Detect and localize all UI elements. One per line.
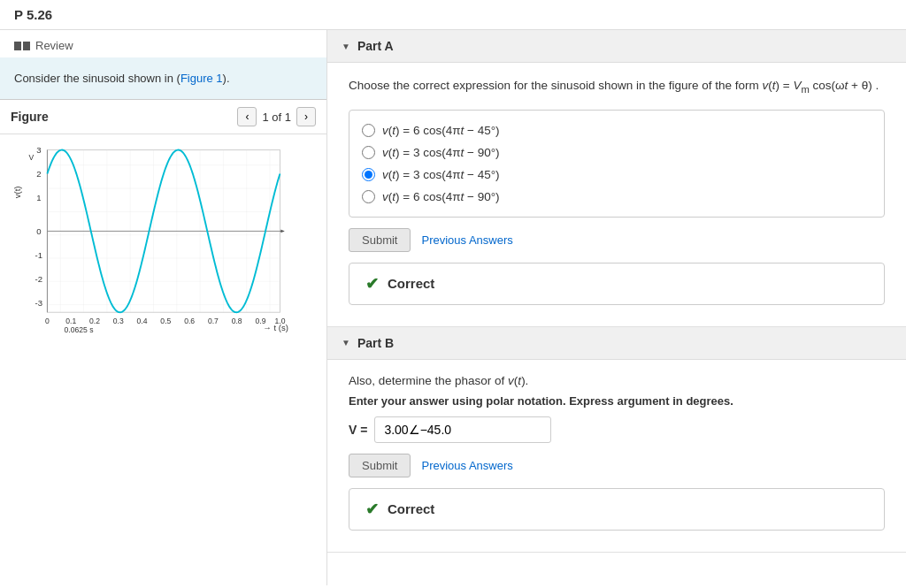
- graph-svg: 3 2 1 0 -1 -2 -3 v(t) V 0 0.1 0.2 0.3 0.…: [7, 141, 299, 336]
- svg-text:V: V: [28, 153, 34, 162]
- part-b-correct-box: ✔ Correct: [349, 488, 885, 531]
- figure-link[interactable]: Figure 1: [180, 72, 223, 85]
- svg-text:0: 0: [36, 226, 41, 236]
- svg-text:2: 2: [36, 169, 41, 179]
- part-b-submit-button[interactable]: Submit: [349, 454, 411, 477]
- part-b-question: Also, determine the phasor of v(t).: [349, 374, 885, 387]
- review-bar: Review: [0, 30, 326, 57]
- part-b-action-row: Submit Previous Answers: [349, 454, 885, 477]
- figure-title: Figure: [11, 110, 49, 124]
- answer-input[interactable]: [374, 416, 551, 443]
- part-b-content: Also, determine the phasor of v(t). Ente…: [327, 360, 906, 552]
- part-b-label: Part B: [357, 336, 394, 350]
- figure-header: Figure ‹ 1 of 1 ›: [0, 100, 326, 134]
- part-b-section: ▼ Part B Also, determine the phasor of v…: [327, 327, 906, 553]
- part-a-collapse-icon: ▼: [342, 42, 350, 51]
- option-1-radio[interactable]: [362, 124, 375, 137]
- part-b-instruction: Enter your answer using polar notation. …: [349, 394, 885, 408]
- svg-text:v(t): v(t): [12, 186, 22, 198]
- part-a-content: Choose the correct expression for the si…: [327, 63, 906, 326]
- option-3: v(t) = 3 cos(4πt − 45°): [362, 164, 871, 186]
- option-4-label: v(t) = 6 cos(4πt − 90°): [382, 190, 500, 203]
- option-3-label: v(t) = 3 cos(4πt − 45°): [382, 168, 500, 181]
- option-2: v(t) = 3 cos(4πt − 90°): [362, 141, 871, 164]
- option-2-radio[interactable]: [362, 146, 375, 159]
- options-box: v(t) = 6 cos(4πt − 45°) v(t) = 3 cos(4πt…: [349, 110, 885, 218]
- option-1-label: v(t) = 6 cos(4πt − 45°): [382, 124, 500, 137]
- part-a-question: Choose the correct expression for the si…: [349, 77, 885, 97]
- part-a-correct-label: Correct: [388, 276, 434, 291]
- next-figure-button[interactable]: ›: [296, 107, 316, 126]
- part-a-header[interactable]: ▼ Part A: [327, 30, 906, 63]
- part-a-section: ▼ Part A Choose the correct expression f…: [327, 30, 906, 327]
- figure-nav: ‹ 1 of 1 ›: [237, 107, 316, 126]
- review-label: Review: [35, 39, 73, 52]
- part-b-header[interactable]: ▼ Part B: [327, 327, 906, 360]
- part-a-correct-box: ✔ Correct: [349, 263, 885, 305]
- svg-text:-3: -3: [35, 298, 43, 308]
- part-a-check-icon: ✔: [365, 274, 379, 294]
- svg-text:0.7: 0.7: [208, 317, 219, 325]
- main-layout: Review Consider the sinusoid shown in (F…: [0, 30, 906, 585]
- svg-text:-2: -2: [35, 274, 43, 284]
- svg-text:-1: -1: [35, 250, 43, 260]
- svg-text:0.4: 0.4: [137, 317, 148, 325]
- svg-text:1: 1: [36, 193, 41, 202]
- part-b-answer-row: V =: [349, 416, 885, 443]
- part-a-label: Part A: [357, 39, 394, 53]
- review-icon: [14, 42, 30, 50]
- context-text: Consider the sinusoid shown in (Figure 1…: [14, 72, 230, 85]
- prev-figure-button[interactable]: ‹: [237, 107, 257, 126]
- svg-text:0.1: 0.1: [65, 317, 76, 325]
- figure-page-label: 1 of 1: [262, 111, 291, 124]
- graph-area: 3 2 1 0 -1 -2 -3 v(t) V 0 0.1 0.2 0.3 0.…: [0, 134, 326, 585]
- part-b-check-icon: ✔: [365, 500, 379, 519]
- option-4-radio[interactable]: [362, 190, 375, 203]
- part-b-prev-answers-link[interactable]: Previous Answers: [421, 459, 512, 472]
- svg-text:0.5: 0.5: [160, 317, 171, 325]
- answer-prefix: V =: [349, 423, 367, 437]
- svg-text:3: 3: [36, 145, 41, 155]
- svg-text:0.3: 0.3: [113, 317, 124, 325]
- left-panel: Review Consider the sinusoid shown in (F…: [0, 30, 327, 585]
- part-b-collapse-icon: ▼: [342, 338, 350, 347]
- part-a-action-row: Submit Previous Answers: [349, 228, 885, 252]
- option-2-label: v(t) = 3 cos(4πt − 90°): [382, 146, 500, 159]
- svg-marker-26: [280, 229, 284, 233]
- svg-text:0.0625 s: 0.0625 s: [65, 325, 94, 334]
- part-b-correct-label: Correct: [388, 501, 434, 516]
- svg-text:→ t (s): → t (s): [263, 323, 288, 332]
- svg-text:0.2: 0.2: [89, 317, 100, 325]
- problem-context: Consider the sinusoid shown in (Figure 1…: [0, 57, 326, 100]
- svg-text:0.8: 0.8: [232, 317, 242, 325]
- svg-text:0: 0: [45, 317, 50, 325]
- part-a-prev-answers-link[interactable]: Previous Answers: [421, 233, 512, 247]
- option-4: v(t) = 6 cos(4πt − 90°): [362, 186, 871, 208]
- option-1: v(t) = 6 cos(4πt − 45°): [362, 119, 871, 141]
- page-title: P 5.26: [0, 0, 906, 30]
- part-a-submit-button[interactable]: Submit: [349, 228, 411, 252]
- right-panel: ▼ Part A Choose the correct expression f…: [327, 30, 906, 585]
- option-3-radio[interactable]: [362, 168, 375, 181]
- svg-text:0.6: 0.6: [184, 317, 195, 325]
